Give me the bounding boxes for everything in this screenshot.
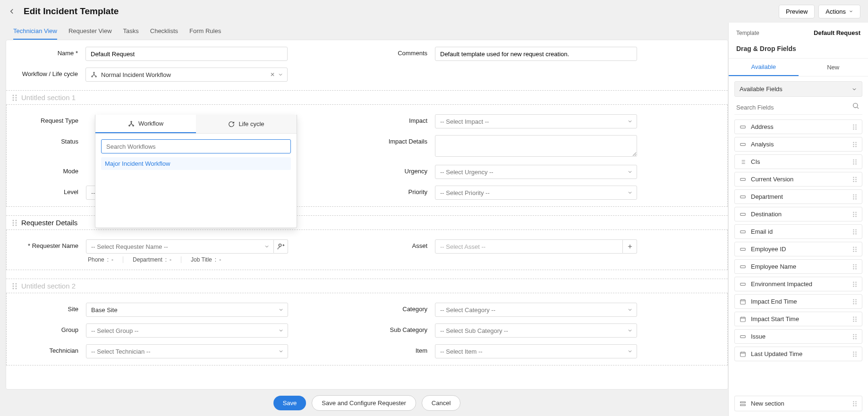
urgency-select-value: -- Select Urgency --: [440, 169, 494, 176]
pop-tab-lifecycle[interactable]: Life cycle: [196, 115, 297, 133]
field-item[interactable]: Current Version: [734, 172, 862, 187]
svg-point-107: [853, 320, 854, 322]
priority-select[interactable]: -- Select Priority --: [435, 186, 637, 200]
svg-point-36: [853, 144, 854, 145]
name-input[interactable]: [85, 47, 288, 61]
drag-handle-icon[interactable]: [12, 219, 17, 227]
field-item[interactable]: Issue: [734, 329, 862, 344]
search-fields-input[interactable]: [734, 101, 862, 115]
right-tab-available[interactable]: Available: [729, 59, 799, 76]
svg-rect-74: [740, 248, 746, 250]
field-item[interactable]: Employee ID: [734, 242, 862, 256]
back-icon[interactable]: [8, 7, 16, 16]
svg-point-22: [16, 285, 17, 287]
technician-select[interactable]: -- Select Technician --: [86, 344, 288, 358]
requester-name-select[interactable]: -- Select Requester Name --: [86, 239, 274, 254]
urgency-select[interactable]: -- Select Urgency --: [435, 165, 637, 179]
impact-select[interactable]: -- Select Impact --: [435, 114, 637, 128]
workflow-icon: [91, 71, 97, 78]
svg-point-97: [855, 299, 857, 300]
chevron-down-icon: [278, 348, 284, 354]
available-fields-accordion[interactable]: Available Fields: [734, 81, 862, 97]
drag-handle-icon: [852, 211, 857, 218]
label-technician: Technician: [18, 344, 86, 354]
tab-technician-view[interactable]: Technician View: [13, 23, 57, 40]
svg-point-68: [853, 229, 854, 230]
chevron-down-icon: [627, 119, 633, 124]
new-section-label: New section: [751, 400, 784, 407]
comments-input[interactable]: [435, 47, 637, 61]
asset-select[interactable]: -- Select Asset --: [435, 239, 623, 254]
tab-form-rules[interactable]: Form Rules: [189, 23, 221, 40]
save-configure-requester-button[interactable]: Save and Configure Requester: [312, 395, 416, 411]
label-sub-category: Sub Category: [367, 323, 435, 333]
svg-point-63: [853, 213, 854, 215]
cancel-button[interactable]: Cancel: [422, 395, 460, 411]
field-item-label: Department: [751, 193, 783, 200]
tab-tasks[interactable]: Tasks: [123, 23, 139, 40]
svg-point-16: [13, 224, 14, 226]
impact-details-input[interactable]: [435, 135, 637, 157]
workflow-search-input[interactable]: [101, 139, 291, 153]
field-type-icon: [740, 351, 746, 357]
page-title: Edit Incident Template: [24, 6, 775, 17]
new-section-item[interactable]: New section: [734, 396, 862, 411]
drag-handle-icon: [852, 281, 857, 288]
drag-handle-icon[interactable]: [12, 282, 17, 290]
priority-select-value: -- Select Priority --: [440, 189, 490, 196]
field-item[interactable]: Email id: [734, 224, 862, 239]
svg-point-13: [16, 220, 17, 221]
field-type-icon: [740, 316, 746, 323]
drag-handle-icon: [852, 159, 857, 165]
tab-checklists[interactable]: Checklists: [150, 23, 178, 40]
svg-point-15: [16, 222, 17, 223]
svg-point-73: [855, 233, 857, 234]
field-type-icon: [740, 159, 746, 165]
field-item[interactable]: Address: [734, 119, 862, 134]
close-icon[interactable]: ✕: [270, 71, 275, 78]
impact-select-value: -- Select Impact --: [440, 118, 489, 125]
chevron-down-icon: [627, 328, 633, 333]
drag-handle-icon[interactable]: [12, 94, 17, 102]
svg-point-42: [853, 161, 854, 162]
label-comments: Comments: [367, 47, 435, 57]
sub-category-select[interactable]: -- Select Sub Category --: [435, 323, 637, 338]
field-item-label: Analysis: [751, 141, 774, 148]
pop-tab-workflow[interactable]: Workflow: [95, 115, 196, 133]
meta-department-value: -: [170, 256, 171, 263]
preview-button-label: Preview: [786, 8, 808, 15]
save-button[interactable]: Save: [273, 396, 306, 410]
field-item[interactable]: Analysis: [734, 137, 862, 152]
add-requester-button[interactable]: [274, 239, 288, 254]
field-type-icon: [740, 141, 746, 148]
svg-point-84: [853, 266, 854, 267]
field-item[interactable]: Last Updated Time: [734, 347, 862, 361]
actions-button[interactable]: Actions: [818, 5, 860, 18]
template-name: Default Request: [814, 29, 860, 36]
right-tab-new[interactable]: New: [799, 59, 868, 76]
svg-point-50: [855, 178, 857, 180]
site-select[interactable]: Base Site: [86, 303, 288, 317]
workflow-select-value: Normal Incident Workflow: [101, 71, 171, 78]
right-panel: Template Default Request Drag & Drop Fie…: [728, 23, 868, 416]
meta-department-label: Department: [133, 256, 162, 263]
field-item[interactable]: Employee Name: [734, 259, 862, 274]
tab-requester-view[interactable]: Requester View: [68, 23, 112, 40]
field-item[interactable]: Environment Impacted: [734, 277, 862, 291]
field-item[interactable]: Impact Start Time: [734, 312, 862, 326]
category-select[interactable]: -- Select Category --: [435, 303, 637, 317]
item-select[interactable]: -- Select Item --: [435, 344, 637, 358]
svg-point-24: [16, 288, 17, 289]
svg-point-9: [16, 97, 17, 98]
field-item[interactable]: CIs: [734, 154, 862, 169]
field-item[interactable]: Impact End Time: [734, 294, 862, 309]
add-asset-button[interactable]: [623, 239, 637, 254]
drag-handle-icon: [852, 333, 857, 340]
svg-point-130: [855, 405, 857, 406]
workflow-option-major-incident[interactable]: Major Incident Workflow: [101, 157, 291, 170]
workflow-select[interactable]: Normal Incident Workflow ✕: [85, 68, 288, 82]
preview-button[interactable]: Preview: [779, 5, 815, 18]
field-item[interactable]: Destination: [734, 207, 862, 221]
group-select[interactable]: -- Select Group --: [86, 323, 288, 338]
field-item[interactable]: Department: [734, 189, 862, 204]
